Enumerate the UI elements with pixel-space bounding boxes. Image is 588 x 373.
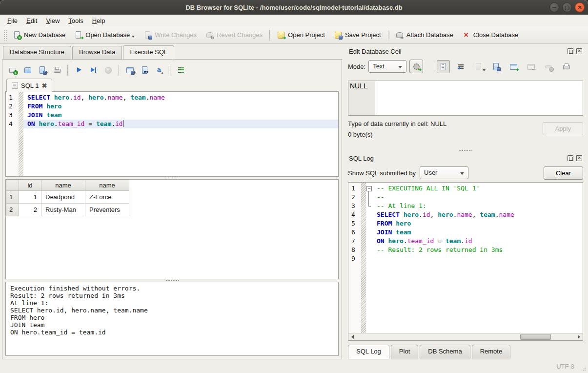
dock-tab-db-schema[interactable]: DB Schema bbox=[420, 345, 470, 359]
scrollbar-thumb[interactable] bbox=[520, 334, 551, 340]
scrollbar-track[interactable] bbox=[356, 333, 575, 340]
resize-grip-icon[interactable] bbox=[580, 365, 587, 372]
tab-browse-data[interactable]: Browse Data bbox=[72, 46, 122, 60]
close-panel-icon[interactable] bbox=[576, 155, 582, 161]
table-cell[interactable]: Z-Force bbox=[85, 191, 129, 204]
write-changes-label: Write Changes bbox=[155, 31, 197, 39]
dropdown-arrow-icon[interactable] bbox=[483, 69, 486, 71]
execute-all-button[interactable] bbox=[72, 64, 85, 77]
message-line: FROM hero bbox=[10, 314, 334, 321]
save-sql-file-button[interactable] bbox=[36, 64, 48, 77]
table-cell[interactable]: 2 bbox=[19, 204, 41, 216]
menu-view[interactable]: View bbox=[41, 16, 64, 26]
token-kw: SELECT bbox=[27, 94, 50, 101]
apply-button[interactable]: Apply bbox=[543, 122, 583, 135]
new-database-button[interactable]: +New Database bbox=[8, 28, 70, 41]
dropdown-arrow-icon[interactable] bbox=[133, 72, 136, 74]
fold-cell bbox=[366, 219, 373, 228]
table-cell[interactable]: Rusty-Man bbox=[41, 204, 85, 216]
word-wrap-button[interactable] bbox=[454, 60, 467, 73]
tab-execute-sql[interactable]: Execute SQL bbox=[123, 45, 174, 59]
token-fld: name bbox=[457, 211, 472, 218]
column-header-name-2[interactable]: name bbox=[85, 180, 129, 191]
export-data-button[interactable] bbox=[489, 60, 503, 73]
log-filter-label: Show SQL submitted by bbox=[348, 169, 416, 177]
token-kw: ON bbox=[377, 237, 385, 245]
token-tbl: team bbox=[130, 94, 145, 101]
find-in-sql-button[interactable] bbox=[138, 64, 151, 77]
attach-database-button[interactable]: ∞Attach Database bbox=[391, 28, 458, 41]
print-cell-button[interactable] bbox=[560, 60, 573, 73]
stop-execution-button bbox=[101, 64, 114, 77]
close-icon[interactable]: ✕ bbox=[575, 2, 585, 12]
dropdown-arrow-icon[interactable] bbox=[132, 36, 135, 38]
cell-editor[interactable]: NULL bbox=[348, 81, 583, 116]
scroll-right-icon[interactable] bbox=[575, 333, 583, 340]
results-table[interactable]: idnamename11DeadpondZ-Force22Rusty-ManPr… bbox=[5, 179, 339, 279]
open-database-label: Open Database bbox=[85, 31, 130, 39]
save-project-button[interactable]: Save Project bbox=[329, 28, 385, 41]
mode-select[interactable]: Text bbox=[368, 60, 406, 73]
set-null-icon: − bbox=[545, 62, 553, 71]
menu-tools[interactable]: Tools bbox=[64, 16, 87, 26]
save-results-button[interactable] bbox=[123, 64, 136, 77]
titlebar[interactable]: DB Browser for SQLite - /home/user/code/… bbox=[0, 0, 588, 15]
column-header-id-0[interactable]: id bbox=[19, 180, 41, 191]
dock-tab-sql-log[interactable]: SQL Log bbox=[348, 345, 389, 359]
import-data-button bbox=[472, 60, 485, 73]
open-sql-tab-button[interactable]: + bbox=[6, 64, 19, 77]
column-header-name-1[interactable]: name bbox=[41, 180, 85, 191]
open-external-button[interactable]: ➜ bbox=[507, 60, 520, 73]
menu-file[interactable]: File bbox=[3, 16, 22, 26]
line-number: 2 bbox=[9, 102, 19, 111]
open-project-button[interactable]: ➜Open Project bbox=[272, 28, 329, 41]
tab-database-structure[interactable]: Database Structure bbox=[3, 46, 71, 60]
code-area[interactable]: -- EXECUTING ALL IN 'SQL 1'---- At line … bbox=[373, 183, 583, 333]
menu-help[interactable]: Help bbox=[88, 16, 110, 26]
results-grid: idnamename11DeadpondZ-Force22Rusty-ManPr… bbox=[6, 180, 129, 216]
execute-current-line-button[interactable] bbox=[87, 64, 100, 77]
scroll-left-icon[interactable] bbox=[348, 333, 356, 340]
horizontal-scrollbar[interactable] bbox=[348, 333, 583, 340]
format-sql-button[interactable] bbox=[153, 64, 165, 77]
token-txt: . bbox=[419, 211, 423, 218]
print-button[interactable] bbox=[50, 64, 63, 77]
fold-cell bbox=[366, 237, 373, 246]
maximize-icon[interactable]: ▢ bbox=[562, 2, 572, 12]
float-panel-icon[interactable] bbox=[568, 48, 573, 54]
open-database-button[interactable]: ➜Open Database bbox=[70, 28, 139, 41]
text-mode-button[interactable] bbox=[437, 60, 450, 73]
sql-editor[interactable]: 1234SELECT hero.id, hero.name, team.name… bbox=[5, 91, 339, 177]
float-panel-icon[interactable] bbox=[568, 155, 573, 161]
sql-tab[interactable]: SQL 1 ✖ bbox=[6, 79, 52, 92]
clear-log-button[interactable]: Clear bbox=[544, 166, 583, 180]
table-cell[interactable]: Deadpond bbox=[41, 191, 85, 204]
code-area[interactable]: SELECT hero.id, hero.name, team.nameFROM… bbox=[23, 92, 338, 176]
code-line: -- At line 1: bbox=[373, 202, 583, 210]
dropdown-arrow-icon[interactable] bbox=[45, 72, 48, 74]
log-filter-select[interactable]: User bbox=[420, 166, 468, 179]
main-content: Database StructureBrowse DataExecute SQL… bbox=[0, 44, 588, 359]
dock-tab-remote[interactable]: Remote bbox=[472, 345, 511, 359]
toggle-results-button[interactable] bbox=[175, 64, 187, 77]
sql-file-icon bbox=[12, 82, 18, 89]
fold-marker-icon[interactable] bbox=[366, 184, 373, 193]
close-panel-icon[interactable] bbox=[576, 48, 582, 54]
minimize-icon[interactable]: ─ bbox=[549, 2, 559, 12]
token-kw: JOIN bbox=[27, 111, 42, 119]
close-database-button[interactable]: Close Database bbox=[458, 28, 523, 41]
close-tab-icon[interactable]: ✖ bbox=[41, 83, 47, 89]
copy-link-button: ∞ bbox=[525, 60, 538, 73]
code-line bbox=[373, 254, 583, 263]
mode-label: Mode: bbox=[348, 63, 365, 70]
fold-marker-icon[interactable] bbox=[366, 202, 373, 210]
table-cell[interactable]: 1 bbox=[19, 191, 41, 204]
auto-apply-button[interactable]: ➜ bbox=[409, 60, 423, 73]
mode-value: Text bbox=[373, 62, 385, 70]
revert-changes-label: Revert Changes bbox=[217, 31, 263, 39]
open-sql-file-button[interactable] bbox=[21, 64, 34, 77]
table-cell[interactable]: Preventers bbox=[85, 204, 129, 216]
menu-edit[interactable]: Edit bbox=[22, 16, 41, 26]
dock-tab-plot[interactable]: Plot bbox=[391, 345, 418, 359]
sql-log-view[interactable]: 123456789-- EXECUTING ALL IN 'SQL 1'----… bbox=[348, 182, 583, 341]
